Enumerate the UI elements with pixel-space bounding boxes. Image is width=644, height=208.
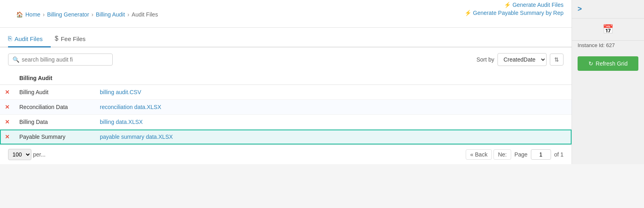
calendar-icon: 📅 xyxy=(603,24,613,35)
generate-audit-link[interactable]: ⚡ Generate Audit Files xyxy=(504,2,564,8)
delete-row-4[interactable]: ✕ xyxy=(5,134,10,140)
tab-audit-files[interactable]: ⎘ Audit Files xyxy=(8,31,51,47)
refresh-grid-button[interactable]: ↻ Refresh Grid xyxy=(578,56,638,71)
breadcrumb-sep-1: › xyxy=(43,11,45,18)
instance-label: Instance Id: 627 xyxy=(572,41,644,53)
toolbar: 🔍 Sort by CreatedDate Name Type ⇅ xyxy=(0,47,572,72)
page-of-label: of 1 xyxy=(554,151,564,158)
col-header-type: Billing Audit xyxy=(14,72,95,85)
sidebar-toggle[interactable]: > xyxy=(572,0,644,18)
breadcrumb-sep-2: › xyxy=(91,11,93,18)
generate-payable-link[interactable]: ⚡ Generate Payable Summary by Rep xyxy=(464,10,564,16)
page-input[interactable] xyxy=(531,149,551,160)
table-row: ✕ Reconciliation Data reconciliation dat… xyxy=(0,100,572,115)
sort-select[interactable]: CreatedDate Name Type xyxy=(497,53,547,66)
bolt-icon-2: ⚡ xyxy=(464,10,471,16)
search-icon: 🔍 xyxy=(12,56,19,63)
breadcrumb-billing-audit[interactable]: Billing Audit xyxy=(96,11,125,18)
delete-row-2[interactable]: ✕ xyxy=(5,104,10,110)
search-input[interactable] xyxy=(22,56,108,63)
data-table: Billing Audit ✕ Billing Audit billing au… xyxy=(0,72,572,144)
header-actions: ⚡ Generate Audit Files ⚡ Generate Payabl… xyxy=(456,0,572,21)
file-link-2[interactable]: reconciliation data.XLSX xyxy=(100,104,161,110)
per-label: per... xyxy=(33,151,45,158)
audit-files-icon: ⎘ xyxy=(8,35,12,42)
table-row: ✕ Billing Data billing data.XLSX xyxy=(0,115,572,130)
table-row-highlighted: ✕ Payable Summary payable summary data.X… xyxy=(0,130,572,144)
sidebar-icon-area: 📅 xyxy=(572,19,644,40)
page-label: Page xyxy=(514,151,528,158)
breadcrumb-billing-generator[interactable]: Billing Generator xyxy=(47,11,89,18)
refresh-icon: ↻ xyxy=(588,60,593,67)
bolt-icon-1: ⚡ xyxy=(504,2,511,8)
tabs-bar: ⎘ Audit Files $ Fee Files xyxy=(0,31,572,47)
delete-row-1[interactable]: ✕ xyxy=(5,89,10,95)
back-button[interactable]: « Back xyxy=(466,149,492,160)
search-box: 🔍 xyxy=(8,54,113,66)
breadcrumb: 🏠 Home › Billing Generator › Billing Aud… xyxy=(8,6,166,21)
table-row: ✕ Billing Audit billing audit.CSV xyxy=(0,85,572,100)
per-page-area: 100 50 25 per... xyxy=(8,149,45,160)
file-link-1[interactable]: billing audit.CSV xyxy=(100,89,141,95)
row-type-2: Reconciliation Data xyxy=(14,100,95,115)
row-type-3: Billing Data xyxy=(14,115,95,130)
refresh-label: Refresh Grid xyxy=(596,60,627,67)
file-link-4[interactable]: payable summary data.XLSX xyxy=(100,134,173,140)
tab-fee-files[interactable]: $ Fee Files xyxy=(55,31,94,47)
sort-label: Sort by xyxy=(477,56,494,63)
page-nav: « Back Ne: xyxy=(466,149,511,160)
sort-area: Sort by CreatedDate Name Type ⇅ xyxy=(477,53,564,66)
next-button[interactable]: Ne: xyxy=(493,149,511,160)
sort-direction-button[interactable]: ⇅ xyxy=(550,54,564,66)
fee-files-icon: $ xyxy=(55,35,58,42)
col-header-file xyxy=(95,72,572,85)
home-icon: 🏠 xyxy=(16,11,23,18)
sidebar: > 📅 Instance Id: 627 ↻ Refresh Grid xyxy=(572,0,644,164)
breadcrumb-sep-3: › xyxy=(127,11,129,18)
col-header-delete xyxy=(0,72,14,85)
row-type-4: Payable Summary xyxy=(14,130,95,144)
breadcrumb-current: Audit Files xyxy=(132,11,158,18)
pagination: 100 50 25 per... « Back Ne: Page of 1 xyxy=(0,144,572,164)
file-link-3[interactable]: billing data.XLSX xyxy=(100,119,143,125)
breadcrumb-home[interactable]: Home xyxy=(25,11,40,18)
row-type-1: Billing Audit xyxy=(14,85,95,100)
per-page-select[interactable]: 100 50 25 xyxy=(8,149,31,160)
delete-row-3[interactable]: ✕ xyxy=(5,119,10,125)
